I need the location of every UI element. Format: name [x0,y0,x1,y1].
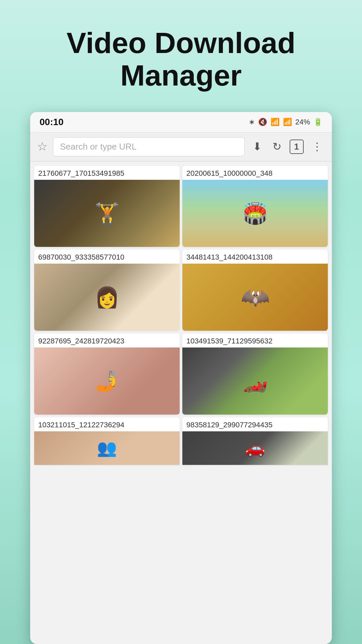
app-title: Video Download Manager [47,0,316,112]
video-thumbnail: 🚗 [182,431,328,465]
tab-count[interactable]: 1 [290,140,304,154]
list-item[interactable]: 103491539_71129595632 [182,333,328,415]
refresh-icon[interactable]: ↻ [270,139,284,154]
wifi-icon: 📶 [270,118,280,126]
battery-level: 24% [295,118,310,126]
video-thumbnail: 👥 [34,431,180,465]
list-item[interactable]: 20200615_10000000_348 [182,166,328,247]
video-title: 69870030_933358577010 [34,250,180,264]
video-title: 34481413_144200413108 [182,250,328,264]
more-options-icon[interactable]: ⋮ [309,139,325,154]
download-icon[interactable]: ⬇ [250,139,264,154]
video-grid: 21760677_170153491985 20200615_10000000_… [30,162,332,469]
video-title: 103491539_71129595632 [182,333,328,347]
video-thumbnail [182,347,328,415]
status-bar: 00:10 ∗ 🔇 📶 📶 24% 🔋 [30,112,332,132]
video-title: 21760677_170153491985 [34,166,180,180]
url-placeholder: Search or type URL [60,142,136,152]
video-thumbnail [182,180,328,247]
mute-icon: 🔇 [258,118,267,126]
list-item[interactable]: 21760677_170153491985 [34,166,180,247]
signal-icon: 📶 [283,118,292,126]
list-item[interactable]: 34481413_144200413108 [182,250,328,331]
browser-toolbar: ☆ Search or type URL ⬇ ↻ 1 ⋮ [30,132,332,162]
video-thumbnail [34,264,180,331]
list-item[interactable]: 69870030_933358577010 [34,250,180,331]
status-icons: ∗ 🔇 📶 📶 24% 🔋 [249,118,322,126]
status-time: 00:10 [40,117,64,127]
video-thumbnail [182,264,328,331]
url-bar[interactable]: Search or type URL [53,137,245,156]
video-thumbnail [34,347,180,415]
battery-icon: 🔋 [313,118,322,126]
video-title: 20200615_10000000_348 [182,166,328,180]
bookmark-icon[interactable]: ☆ [37,140,48,154]
list-item[interactable]: 98358129_299077294435 🚗 [182,417,328,465]
video-title: 98358129_299077294435 [182,417,328,431]
list-item[interactable]: 92287695_242819720423 [34,333,180,415]
list-item[interactable]: 103211015_12122736294 👥 [34,417,180,465]
video-title: 92287695_242819720423 [34,333,180,347]
bluetooth-icon: ∗ [249,118,255,126]
video-thumbnail [34,180,180,247]
phone-frame: 00:10 ∗ 🔇 📶 📶 24% 🔋 ☆ Search or type URL… [30,112,332,644]
video-title: 103211015_12122736294 [34,417,180,431]
